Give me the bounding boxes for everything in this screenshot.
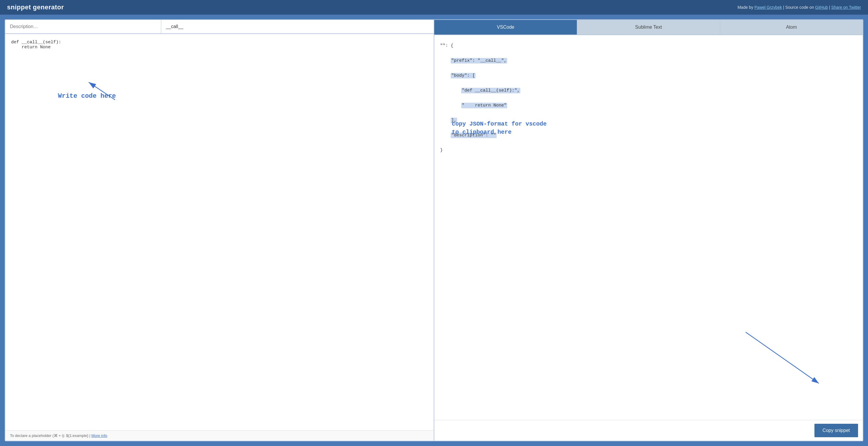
placeholder-hint-text: To declare a placeholder (⌘ + i): ${1:ex… [10, 434, 91, 438]
output-line-2: "prefix": "__call__", [440, 57, 857, 65]
copy-snippet-button[interactable]: Copy snippet [814, 424, 858, 437]
author-link[interactable]: Pawel Grzybek [754, 5, 782, 10]
input-row [5, 20, 434, 34]
code-output: "": { "prefix": "__call__", "body": [ "d… [440, 42, 857, 154]
main-container: def __call__(self): return None Write co… [5, 19, 863, 441]
svg-line-3 [746, 332, 819, 383]
tab-vscode[interactable]: VSCode [434, 20, 577, 35]
output-area: "": { "prefix": "__call__", "body": [ "d… [434, 35, 863, 420]
sep2: | [828, 5, 831, 10]
output-line-4: "def __call__(self):", [440, 87, 857, 95]
sep1: | Source code on [782, 5, 815, 10]
snippet-name-input[interactable] [161, 20, 434, 33]
output-line-7: "description": "" [440, 132, 857, 139]
code-area-wrapper: def __call__(self): return None Write co… [5, 34, 434, 430]
description-input[interactable] [5, 20, 161, 33]
left-panel: def __call__(self): return None Write co… [5, 20, 434, 441]
output-line-5: " return None" [440, 102, 857, 109]
right-panel: VSCode Sublime Text Atom "": { "prefix":… [434, 20, 863, 441]
bottom-bar: To declare a placeholder (⌘ + i): ${1:ex… [5, 430, 434, 441]
app-header: snippet generator Made by Pawel Grzybek … [0, 0, 868, 14]
tab-sublime-text[interactable]: Sublime Text [577, 20, 720, 35]
output-line-6: ], [440, 117, 857, 124]
copy-arrow [743, 329, 825, 388]
made-by-text: Made by [738, 5, 754, 10]
output-line-1: "": { [440, 42, 857, 50]
tab-atom[interactable]: Atom [720, 20, 863, 35]
github-link[interactable]: GitHub [815, 5, 828, 10]
copy-btn-row: Copy snippet [434, 420, 863, 441]
more-info-link[interactable]: More info [91, 434, 107, 438]
code-editor[interactable]: def __call__(self): return None [11, 40, 428, 424]
twitter-link[interactable]: Share on Twitter [831, 5, 861, 10]
tabs-row: VSCode Sublime Text Atom [434, 20, 863, 35]
header-links: Made by Pawel Grzybek | Source code on G… [738, 5, 861, 10]
output-line-3: "body": [ [440, 72, 857, 79]
output-line-8: } [440, 147, 857, 154]
app-title: snippet generator [7, 3, 64, 11]
